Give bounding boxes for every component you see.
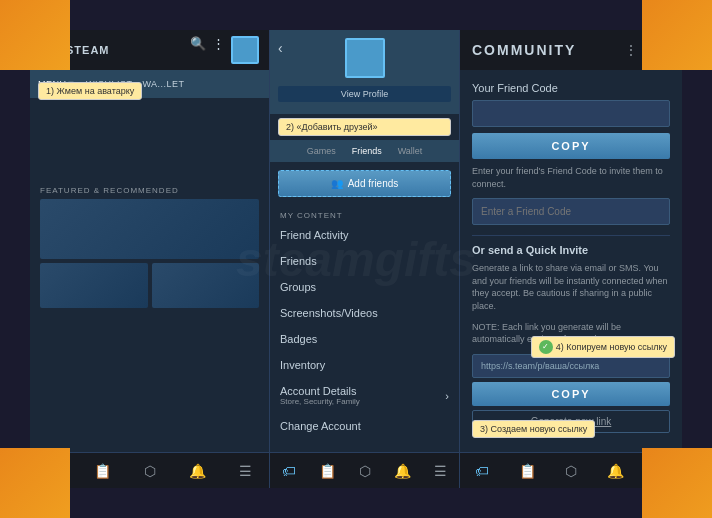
gift-corner-bottom-left [0, 448, 70, 518]
search-icon[interactable]: 🔍 [190, 36, 206, 64]
generate-link-area: COPY 3) Создаем новую ссылку Generate ne… [472, 382, 670, 433]
left-content-area: FEATURED & RECOMMENDED [30, 98, 269, 452]
steam-logo-text: STEAM [66, 44, 110, 56]
right-nav-tag-icon[interactable]: 🏷 [475, 463, 489, 479]
bottom-nav-bell-icon[interactable]: 🔔 [189, 463, 206, 479]
middle-nav-hex-icon[interactable]: ⬡ [359, 463, 371, 479]
featured-label: FEATURED & RECOMMENDED [30, 178, 269, 199]
community-panel: COMMUNITY ⋮ Your Friend Code COPY Enter … [460, 30, 682, 488]
quick-invite-description: Generate a link to share via email or SM… [472, 262, 670, 312]
tab-wallet[interactable]: Wallet [392, 144, 429, 158]
profile-avatar [345, 38, 385, 78]
middle-nav-bell-icon[interactable]: 🔔 [394, 463, 411, 479]
bottom-nav-menu-icon[interactable]: ☰ [239, 463, 252, 479]
community-content: Your Friend Code COPY Enter your friend'… [460, 70, 682, 452]
featured-image-2 [40, 263, 148, 308]
copy-invite-link-button[interactable]: COPY [472, 382, 670, 406]
annotation-tooltip-3: 3) Создаем новую ссылку [472, 420, 595, 438]
steam-client-panel: STEAM 🔍 ⋮ MENU▼ WISHLIST WA...LET 1) Жме… [30, 30, 270, 488]
profile-tabs: Games Friends Wallet [270, 140, 459, 162]
community-title: COMMUNITY [472, 42, 616, 58]
add-friends-button[interactable]: 👥 Add friends [278, 170, 451, 197]
middle-nav-list-icon[interactable]: 📋 [319, 463, 336, 479]
menu-dots-icon[interactable]: ⋮ [212, 36, 225, 64]
copy-friend-code-button[interactable]: COPY [472, 133, 670, 159]
header-icons: 🔍 ⋮ [190, 36, 259, 64]
menu-item-friend-activity[interactable]: Friend Activity [270, 222, 459, 248]
right-nav-list-icon[interactable]: 📋 [519, 463, 536, 479]
menu-items-list: Friend Activity Friends Groups Screensho… [270, 222, 459, 452]
menu-item-badges[interactable]: Badges [270, 326, 459, 352]
tab-friends[interactable]: Friends [346, 144, 388, 158]
menu-item-account[interactable]: Account Details Store, Security, Family … [270, 378, 459, 413]
my-content-label: MY CONTENT [270, 205, 459, 222]
quick-invite-title: Or send a Quick Invite [472, 244, 670, 256]
middle-nav-tag-icon[interactable]: 🏷 [282, 463, 296, 479]
featured-image-3 [152, 263, 260, 308]
menu-item-groups[interactable]: Groups [270, 274, 459, 300]
view-profile-button[interactable]: View Profile [278, 86, 451, 102]
nav-wallet[interactable]: WA...LET [142, 79, 184, 89]
annotation-tooltip-1: 1) Жмем на аватарку [38, 82, 142, 100]
menu-item-inventory[interactable]: Inventory [270, 352, 459, 378]
friend-code-helper: Enter your friend's Friend Code to invit… [472, 165, 670, 190]
account-arrow-icon: › [445, 390, 449, 402]
gift-corner-top-left [0, 0, 70, 70]
account-sub-label: Store, Security, Family [280, 397, 360, 406]
friend-code-input[interactable] [472, 100, 670, 127]
friend-code-label: Your Friend Code [472, 82, 670, 94]
gift-corner-top-right [642, 0, 712, 70]
profile-dropdown: ‹ View Profile [270, 30, 459, 114]
add-friends-icon: 👥 [331, 178, 343, 189]
bottom-nav-list-icon[interactable]: 📋 [94, 463, 111, 479]
divider [472, 235, 670, 236]
back-arrow-icon[interactable]: ‹ [278, 40, 283, 56]
enter-code-input[interactable] [472, 198, 670, 225]
middle-nav-menu-icon[interactable]: ☰ [434, 463, 447, 479]
featured-images [30, 199, 269, 308]
community-menu-icon[interactable]: ⋮ [624, 42, 638, 58]
check-icon: ✓ [539, 340, 553, 354]
right-nav-bell-icon[interactable]: 🔔 [607, 463, 624, 479]
profile-dropdown-panel: ‹ View Profile 2) «Добавить друзей» Game… [270, 30, 460, 488]
featured-images-row [40, 263, 259, 308]
annotation-tooltip-2: 2) «Добавить друзей» [278, 118, 451, 136]
add-friends-label: Add friends [348, 178, 399, 189]
user-avatar[interactable] [231, 36, 259, 64]
featured-image-1 [40, 199, 259, 259]
menu-item-change-account[interactable]: Change Account [270, 413, 459, 439]
menu-item-screenshots[interactable]: Screenshots/Videos [270, 300, 459, 326]
bottom-nav-hex-icon[interactable]: ⬡ [144, 463, 156, 479]
middle-bottom-nav: 🏷 📋 ⬡ 🔔 ☰ [270, 452, 459, 488]
account-label: Account Details [280, 385, 360, 397]
annotation-tooltip-4: ✓ 4) Копируем новую ссылку [531, 336, 675, 358]
right-nav-hex-icon[interactable]: ⬡ [565, 463, 577, 479]
gift-corner-bottom-right [642, 448, 712, 518]
menu-item-friends[interactable]: Friends [270, 248, 459, 274]
tab-games[interactable]: Games [301, 144, 342, 158]
